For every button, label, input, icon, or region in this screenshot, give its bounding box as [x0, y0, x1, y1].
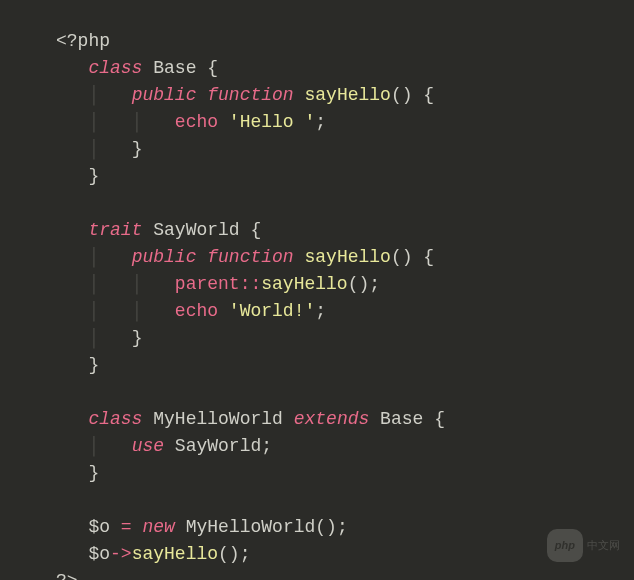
keyword-public: public — [132, 85, 197, 105]
parens: () — [218, 544, 240, 564]
semicolon: ; — [315, 112, 326, 132]
semicolon: ; — [261, 436, 272, 456]
variable: $o — [88, 544, 110, 564]
method-call: sayHello — [261, 274, 347, 294]
keyword-function: function — [207, 85, 293, 105]
string-literal: 'Hello ' — [229, 112, 315, 132]
class-name: Base — [153, 58, 196, 78]
code-block: <?php class Base { │ public function say… — [56, 28, 634, 580]
code-line: } — [56, 163, 634, 190]
code-line: } — [56, 352, 634, 379]
brace: { — [207, 58, 218, 78]
php-close-tag: ?> — [56, 571, 78, 580]
php-open-tag: <?php — [56, 31, 110, 51]
operator: = — [121, 517, 132, 537]
parens: () — [315, 517, 337, 537]
brace: { — [434, 409, 445, 429]
code-line: │ │ echo 'World!'; — [56, 298, 634, 325]
semicolon: ; — [240, 544, 251, 564]
function-name: sayHello — [304, 85, 390, 105]
trait-name: SayWorld — [153, 220, 239, 240]
code-line: class Base { — [56, 55, 634, 82]
code-line: │ │ parent::sayHello(); — [56, 271, 634, 298]
code-line: │ } — [56, 136, 634, 163]
brace: } — [88, 463, 99, 483]
scope-op: :: — [240, 274, 262, 294]
code-line-blank — [56, 190, 634, 217]
keyword-class: class — [88, 409, 142, 429]
code-line: │ use SayWorld; — [56, 433, 634, 460]
parens: () — [348, 274, 370, 294]
code-line: ?> — [56, 568, 634, 580]
code-line: class MyHelloWorld extends Base { — [56, 406, 634, 433]
keyword-parent: parent — [175, 274, 240, 294]
keyword-trait: trait — [88, 220, 142, 240]
keyword-public: public — [132, 247, 197, 267]
keyword-function: function — [207, 247, 293, 267]
semicolon: ; — [369, 274, 380, 294]
parens: () — [391, 247, 413, 267]
brace: } — [88, 355, 99, 375]
keyword-class: class — [88, 58, 142, 78]
keyword-use: use — [132, 436, 164, 456]
code-line: │ │ echo 'Hello '; — [56, 109, 634, 136]
brace: } — [88, 166, 99, 186]
brace: { — [423, 85, 434, 105]
variable: $o — [88, 517, 110, 537]
brace: } — [132, 139, 143, 159]
class-name: MyHelloWorld — [153, 409, 283, 429]
semicolon: ; — [337, 517, 348, 537]
class-name: MyHelloWorld — [186, 517, 316, 537]
brace: } — [132, 328, 143, 348]
method-call: sayHello — [132, 544, 218, 564]
code-line: <?php — [56, 28, 634, 55]
code-line: │ } — [56, 325, 634, 352]
watermark: php 中文网 — [547, 529, 620, 562]
watermark-badge: php — [547, 529, 583, 562]
function-name: sayHello — [304, 247, 390, 267]
class-name: Base — [380, 409, 423, 429]
code-line-blank — [56, 487, 634, 514]
keyword-extends: extends — [294, 409, 370, 429]
code-line-blank — [56, 379, 634, 406]
string-literal: 'World!' — [229, 301, 315, 321]
code-line: │ public function sayHello() { — [56, 82, 634, 109]
parens: () — [391, 85, 413, 105]
brace: { — [250, 220, 261, 240]
code-line: } — [56, 460, 634, 487]
watermark-text: 中文网 — [587, 532, 620, 559]
keyword-new: new — [142, 517, 174, 537]
semicolon: ; — [315, 301, 326, 321]
arrow-op: -> — [110, 544, 132, 564]
brace: { — [423, 247, 434, 267]
code-line: │ public function sayHello() { — [56, 244, 634, 271]
keyword-echo: echo — [175, 112, 218, 132]
keyword-echo: echo — [175, 301, 218, 321]
trait-name: SayWorld — [175, 436, 261, 456]
code-line: trait SayWorld { — [56, 217, 634, 244]
